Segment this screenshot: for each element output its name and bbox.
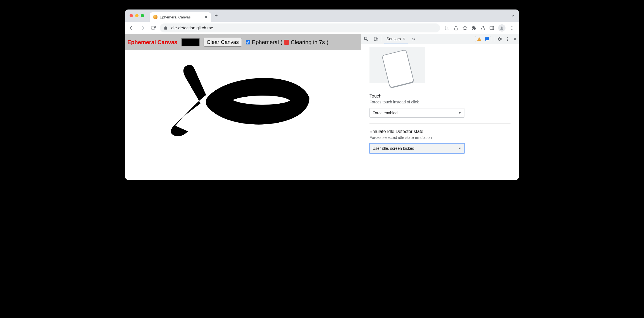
window-minimize-button[interactable] xyxy=(135,14,139,17)
devtools-tab-label: Sensors xyxy=(387,37,401,41)
devtools-close-icon[interactable] xyxy=(513,37,517,41)
orientation-preview xyxy=(369,47,425,83)
drawing-canvas[interactable] xyxy=(125,50,361,180)
lock-icon xyxy=(164,26,168,30)
svg-rect-11 xyxy=(364,37,367,39)
side-panel-icon[interactable] xyxy=(489,25,494,30)
ephemeral-toggle-label[interactable]: Ephemeral ( Clearing in 7s) xyxy=(246,39,328,46)
browser-toolbar: idle-detection.glitch.me xyxy=(125,22,519,34)
chevron-down-icon: ▼ xyxy=(458,147,461,150)
idle-title: Emulate Idle Detector state xyxy=(369,129,511,134)
new-tab-button[interactable]: + xyxy=(214,13,218,19)
nav-reload-button[interactable] xyxy=(149,24,157,32)
svg-point-15 xyxy=(507,39,508,39)
tabs-overflow-icon[interactable] xyxy=(511,13,515,18)
touch-select[interactable]: Force enabled ▼ xyxy=(369,108,464,118)
issues-badges[interactable] xyxy=(475,36,491,42)
ephemeral-text-suffix: ) xyxy=(326,39,328,46)
device-toolbar-icon[interactable] xyxy=(372,35,380,43)
touch-subtitle: Forces touch instead of click xyxy=(369,100,511,104)
svg-point-14 xyxy=(507,37,508,38)
svg-point-16 xyxy=(507,40,508,41)
app-title: Ephemeral Canvas xyxy=(127,39,177,46)
svg-marker-4 xyxy=(463,26,467,30)
nav-forward-button[interactable] xyxy=(139,24,146,32)
install-app-icon[interactable] xyxy=(445,25,450,30)
warning-icon xyxy=(475,36,483,42)
svg-rect-5 xyxy=(490,26,494,30)
address-bar[interactable]: idle-detection.glitch.me xyxy=(160,23,440,32)
browser-window: Ephemeral Canvas ✕ + idle-detection.glit… xyxy=(125,10,519,180)
clear-canvas-button[interactable]: Clear Canvas xyxy=(204,38,242,47)
tab-close-icon[interactable]: ✕ xyxy=(204,15,208,19)
share-icon[interactable] xyxy=(454,25,459,30)
touch-title: Touch xyxy=(369,94,511,99)
idle-select[interactable]: User idle, screen locked ▼ xyxy=(369,144,464,153)
toolbar-actions xyxy=(443,24,516,32)
devtools-panel: Sensors ✕ xyxy=(361,34,519,180)
svg-point-8 xyxy=(512,26,512,27)
content-area: Ephemeral Canvas Clear Canvas Ephemeral … xyxy=(125,34,519,180)
profile-avatar[interactable] xyxy=(498,24,505,32)
ephemeral-checkbox[interactable] xyxy=(246,40,250,44)
url-text: idle-detection.glitch.me xyxy=(170,25,213,30)
window-fullscreen-button[interactable] xyxy=(141,14,144,17)
tab-title: Ephemeral Canvas xyxy=(160,15,191,19)
browser-tabbar: Ephemeral Canvas ✕ + xyxy=(125,10,519,22)
info-icon xyxy=(483,36,491,42)
window-close-button[interactable] xyxy=(130,14,133,17)
idle-section: Emulate Idle Detector state Forces selec… xyxy=(369,123,511,159)
ephemeral-text-prefix: Ephemeral ( xyxy=(252,39,282,46)
phone-illustration xyxy=(382,49,414,88)
devtools-settings-icon[interactable] xyxy=(497,37,502,42)
app-toolbar: Ephemeral Canvas Clear Canvas Ephemeral … xyxy=(125,34,361,50)
svg-point-7 xyxy=(501,26,502,28)
page-viewport: Ephemeral Canvas Clear Canvas Ephemeral … xyxy=(125,34,361,180)
bookmark-star-icon[interactable] xyxy=(462,25,468,30)
siren-icon xyxy=(284,40,289,45)
chevron-down-icon: ▼ xyxy=(458,111,461,115)
ephemeral-countdown: Clearing in 7s xyxy=(291,39,325,46)
inspect-element-icon[interactable] xyxy=(363,35,370,43)
more-tabs-icon[interactable] xyxy=(410,35,417,43)
nav-back-button[interactable] xyxy=(128,24,136,32)
devtools-menu-icon[interactable] xyxy=(505,37,510,42)
touch-select-value: Force enabled xyxy=(373,111,398,115)
extensions-icon[interactable] xyxy=(471,25,476,30)
idle-select-value: User idle, screen locked xyxy=(373,146,414,151)
svg-point-10 xyxy=(512,29,512,30)
svg-point-9 xyxy=(512,27,512,28)
devtools-body[interactable]: Touch Forces touch instead of click Forc… xyxy=(361,44,519,180)
labs-icon[interactable] xyxy=(480,25,485,30)
devtools-tab-sensors[interactable]: Sensors ✕ xyxy=(384,34,408,44)
idle-subtitle: Forces selected idle state emulation xyxy=(369,135,511,140)
tab-favicon xyxy=(153,15,158,19)
tab-close-icon[interactable]: ✕ xyxy=(402,37,406,41)
color-picker-swatch[interactable] xyxy=(181,38,200,46)
browser-menu-icon[interactable] xyxy=(509,25,514,30)
browser-tab[interactable]: Ephemeral Canvas ✕ xyxy=(150,12,211,22)
touch-section: Touch Forces touch instead of click Forc… xyxy=(369,88,511,123)
window-controls xyxy=(130,14,144,17)
canvas-drawing xyxy=(153,61,309,145)
devtools-tabbar: Sensors ✕ xyxy=(361,34,519,44)
